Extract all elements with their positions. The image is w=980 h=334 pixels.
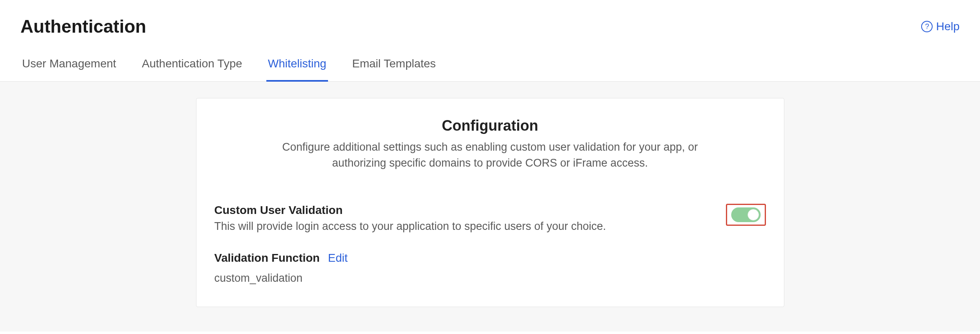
- help-label: Help: [936, 20, 960, 33]
- validation-function-header: Validation Function Edit: [214, 252, 766, 265]
- custom-user-validation-text: Custom User Validation This will provide…: [214, 204, 606, 233]
- validation-function-label: Validation Function: [214, 252, 320, 265]
- page-header: Authentication ? Help: [0, 0, 980, 49]
- tab-user-management[interactable]: User Management: [20, 49, 118, 82]
- tabs-bar: User Management Authentication Type Whit…: [0, 49, 980, 82]
- page-title: Authentication: [20, 16, 146, 37]
- help-link[interactable]: ? Help: [921, 20, 960, 33]
- tab-whitelisting[interactable]: Whitelisting: [266, 49, 328, 82]
- toggle-knob-icon: [748, 209, 759, 220]
- help-icon: ?: [921, 21, 933, 32]
- configuration-subtitle: Configure additional settings such as en…: [261, 139, 719, 171]
- tab-email-templates[interactable]: Email Templates: [350, 49, 438, 82]
- validation-function-value: custom_validation: [214, 272, 766, 285]
- custom-user-validation-row: Custom User Validation This will provide…: [214, 204, 766, 233]
- custom-user-validation-toggle[interactable]: [731, 207, 761, 222]
- content-area: Configuration Configure additional setti…: [0, 82, 980, 332]
- toggle-highlight-box: [726, 204, 766, 226]
- validation-function-row: Validation Function Edit custom_validati…: [214, 252, 766, 285]
- custom-user-validation-label: Custom User Validation: [214, 204, 606, 217]
- custom-user-validation-description: This will provide login access to your a…: [214, 220, 606, 233]
- validation-function-edit-link[interactable]: Edit: [328, 252, 348, 265]
- tab-authentication-type[interactable]: Authentication Type: [140, 49, 243, 82]
- configuration-card: Configuration Configure additional setti…: [196, 98, 784, 307]
- configuration-title: Configuration: [214, 117, 766, 134]
